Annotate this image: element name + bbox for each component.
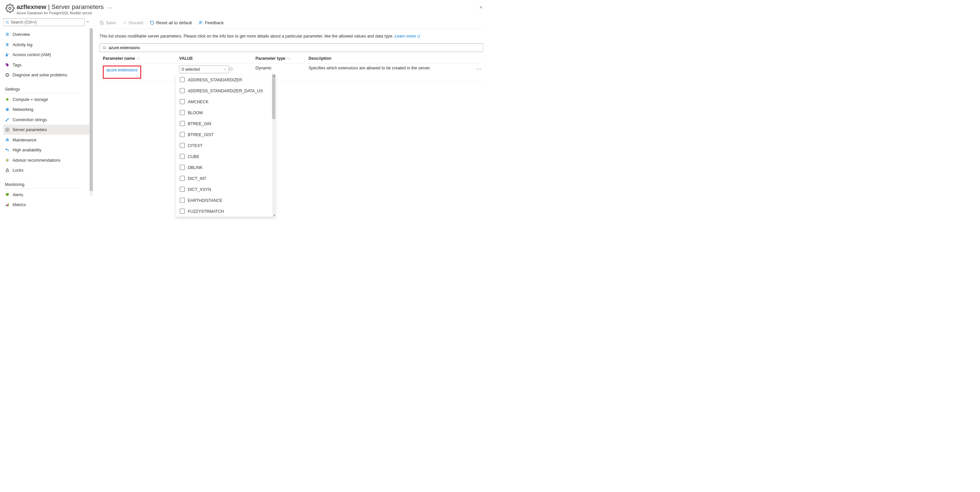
checkbox[interactable] <box>180 154 185 159</box>
parameter-link[interactable]: azure.extensions <box>107 67 138 72</box>
tags-icon <box>5 62 10 67</box>
filter-icon <box>102 46 107 50</box>
dropdown-item[interactable]: CUBE <box>176 151 275 162</box>
nav-label: Access control (IAM) <box>13 53 51 58</box>
nav-label: Connection strings <box>13 117 47 122</box>
nav-diagnose[interactable]: Diagnose and solve problems <box>3 70 89 80</box>
checkbox[interactable] <box>180 176 185 181</box>
nav-compute-storage[interactable]: Compute + storage <box>3 94 89 105</box>
checkbox[interactable] <box>180 77 185 82</box>
dropdown-item[interactable]: AMCHECK <box>176 96 275 107</box>
collapse-sidebar-button[interactable] <box>86 20 89 24</box>
nav-metrics[interactable]: Metrics <box>3 200 89 210</box>
nav-label: High availability <box>13 148 41 153</box>
nav-advisor[interactable]: Advisor recommendations <box>3 155 89 165</box>
filter-input[interactable] <box>100 43 484 52</box>
value-selected-text: 0 selected <box>182 67 200 72</box>
nav-access-control[interactable]: Access control (IAM) <box>3 50 89 60</box>
dropdown-scrollbar[interactable]: ▴ ▾ <box>272 74 275 217</box>
dropdown-item[interactable]: BTREE_GIST <box>176 129 275 140</box>
checkbox[interactable] <box>180 143 185 148</box>
nav-high-availability[interactable]: High availability <box>3 145 89 155</box>
svg-rect-17 <box>7 161 8 161</box>
metrics-icon <box>5 203 10 207</box>
checkbox[interactable] <box>180 121 185 126</box>
nav-label: Alerts <box>13 192 23 197</box>
col-parameter-name[interactable]: Parameter name ↑↓ <box>100 56 176 61</box>
ha-icon <box>5 148 10 152</box>
svg-rect-13 <box>6 139 9 140</box>
dropdown-item-label: BLOOM <box>188 110 203 115</box>
save-button[interactable]: Save <box>100 20 116 26</box>
checkbox[interactable] <box>180 187 185 192</box>
checkbox[interactable] <box>180 88 185 93</box>
svg-rect-14 <box>6 149 7 150</box>
dropdown-item[interactable]: EARTHDISTANCE <box>176 195 275 206</box>
main-content: Save Discard Reset all to default Feedba… <box>93 17 490 212</box>
checkbox[interactable] <box>180 110 185 115</box>
dropdown-item[interactable]: DICT_XSYN <box>176 184 275 195</box>
dropdown-item-label: FUZZYSTRMATCH <box>188 209 224 214</box>
gear-icon <box>5 3 15 13</box>
feedback-icon <box>198 20 203 25</box>
checkbox[interactable] <box>180 209 185 214</box>
nav-label: Networking <box>13 107 33 112</box>
cell-value: 0 selected ▴ ▾ <box>176 66 252 73</box>
svg-point-8 <box>6 99 8 100</box>
nav-overview[interactable]: Overview <box>3 30 89 40</box>
nav-alerts[interactable]: Alerts <box>3 190 89 200</box>
page-title: azflexnew | Server parameters <box>17 3 104 11</box>
row-more-button[interactable]: ⋯ <box>476 66 482 72</box>
dropdown-item[interactable]: DBLINK <box>176 162 275 173</box>
nav-label: Diagnose and solve problems <box>13 73 67 78</box>
svg-rect-21 <box>7 204 8 206</box>
info-icon[interactable] <box>229 67 233 71</box>
sort-icon: ↑↓ <box>137 56 140 61</box>
feedback-button[interactable]: Feedback <box>198 20 224 26</box>
sidebar-search[interactable]: Search (Ctrl+/) <box>3 19 84 26</box>
dropdown-item[interactable]: DICT_INT <box>176 173 275 184</box>
sidebar-scrollbar[interactable] <box>89 29 93 196</box>
networking-icon <box>5 107 10 112</box>
checkbox[interactable] <box>180 99 185 104</box>
dropdown-item[interactable]: BLOOM <box>176 107 275 118</box>
dropdown-item[interactable]: ADDRESS_STANDARDIZER_DATA_US <box>176 85 275 96</box>
dropdown-item[interactable]: ADDRESS_STANDARDIZER <box>176 74 275 85</box>
sidebar: Search (Ctrl+/) Overview Activity log Ac… <box>0 17 93 212</box>
checkbox[interactable] <box>180 132 185 137</box>
dropdown-item[interactable]: BTREE_GIN <box>176 118 275 129</box>
checkbox[interactable] <box>180 165 185 170</box>
reset-button[interactable]: Reset all to default <box>150 20 192 26</box>
extensions-dropdown: ▴ ▾ ADDRESS_STANDARDIZERADDRESS_STANDARD… <box>176 74 275 217</box>
dropdown-item-label: CUBE <box>188 154 199 159</box>
nav-connection-strings[interactable]: Connection strings <box>3 115 89 125</box>
svg-rect-12 <box>6 139 9 141</box>
svg-rect-19 <box>6 193 9 195</box>
highlight-annotation: azure.extensions <box>103 66 141 79</box>
learn-more-link[interactable]: Learn more <box>395 34 420 38</box>
alerts-icon <box>5 192 10 197</box>
svg-point-10 <box>6 120 6 121</box>
dropdown-item[interactable]: CITEXT <box>176 140 275 151</box>
nav-section-settings: Settings <box>3 80 80 93</box>
discard-button[interactable]: Discard <box>123 20 143 26</box>
intro-text: This list shows modifiable server parame… <box>100 29 484 44</box>
toolbar: Save Discard Reset all to default Feedba… <box>100 17 484 29</box>
col-parameter-type[interactable]: Parameter type ↑↓ <box>252 56 305 61</box>
nav-server-parameters[interactable]: Server parameters <box>3 125 89 135</box>
page-subtitle: Azure Database for PostgreSQL flexible s… <box>17 11 104 15</box>
nav-label: Metrics <box>13 203 26 208</box>
nav-activity-log[interactable]: Activity log <box>3 40 89 50</box>
nav-maintenance[interactable]: Maintenance <box>3 135 89 145</box>
more-button[interactable]: ⋯ <box>107 5 113 11</box>
value-dropdown[interactable]: 0 selected <box>179 66 229 73</box>
svg-point-1 <box>6 21 8 23</box>
dropdown-item-label: DICT_XSYN <box>188 187 211 192</box>
close-button[interactable] <box>479 5 484 10</box>
nav-networking[interactable]: Networking <box>3 105 89 115</box>
nav-tags[interactable]: Tags <box>3 60 89 70</box>
dropdown-item[interactable]: FUZZYSTRMATCH <box>176 206 275 217</box>
nav-locks[interactable]: Locks <box>3 165 89 176</box>
checkbox[interactable] <box>180 198 185 203</box>
filter-text[interactable] <box>109 45 481 51</box>
